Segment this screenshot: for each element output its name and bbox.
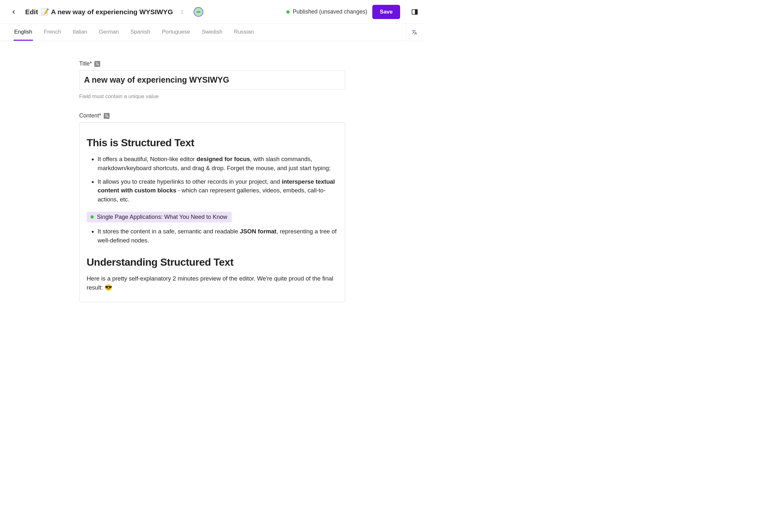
user-avatar[interactable]: AP (193, 7, 203, 17)
svg-rect-4 (415, 9, 417, 14)
list-item: It allows you to create hyperlinks to ot… (98, 177, 338, 204)
page-title: Edit 📝 A new way of experiencing WYSIWYG (25, 8, 173, 16)
list-item: It stores the content in a safe, semanti… (98, 227, 338, 245)
list-item: It offers a beautiful, Notion-like edito… (98, 155, 338, 173)
content-list: It offers a beautiful, Notion-like edito… (87, 155, 338, 204)
more-menu-button[interactable] (177, 7, 186, 16)
divider (405, 5, 406, 19)
page-title-text: A new way of experiencing WYSIWYG (51, 8, 173, 16)
tab-swedish[interactable]: Swedish (201, 24, 223, 41)
structured-text-editor[interactable]: This is Structured Text It offers a beau… (79, 122, 345, 302)
tab-spanish[interactable]: Spanish (129, 24, 150, 41)
svg-point-2 (181, 13, 182, 14)
content-paragraph: Here is a pretty self-explanatory 2 minu… (87, 274, 338, 292)
svg-point-0 (181, 10, 182, 11)
header-bar: Edit 📝 A new way of experiencing WYSIWYG… (0, 0, 425, 24)
content-label-text: Content* (79, 112, 101, 119)
translate-icon (411, 29, 417, 35)
page-title-prefix: Edit (25, 8, 38, 16)
tab-english[interactable]: English (14, 24, 33, 41)
back-button[interactable] (8, 7, 19, 17)
tab-german[interactable]: German (98, 24, 119, 41)
save-button[interactable]: Save (372, 5, 400, 19)
content-heading: This is Structured Text (87, 137, 338, 149)
chevron-left-icon (11, 9, 16, 15)
panel-right-icon (411, 8, 418, 15)
inline-record-link[interactable]: Single Page Applications: What You Need … (87, 212, 232, 222)
tab-russian[interactable]: Russian (233, 24, 254, 41)
content-label: Content* (79, 112, 345, 119)
page-title-emoji: 📝 (41, 8, 49, 16)
localized-badge (104, 113, 109, 119)
avatar-initials: AP (197, 10, 201, 14)
svg-point-1 (181, 11, 182, 12)
content-heading: Understanding Structured Text (87, 256, 338, 268)
content-field: Content* This is Structured Text It offe… (79, 112, 345, 302)
tab-italian[interactable]: Italian (72, 24, 88, 41)
status-dot-icon (90, 215, 94, 219)
inline-record-link-label: Single Page Applications: What You Need … (97, 214, 227, 220)
status-text: Published (unsaved changes) (293, 8, 367, 15)
localized-badge (94, 61, 100, 67)
side-panel-toggle[interactable] (410, 7, 419, 16)
title-field: Title* Field must contain a unique value (79, 60, 345, 99)
publish-status: Published (unsaved changes) (286, 8, 367, 15)
translate-icon (105, 114, 108, 118)
tab-portuguese[interactable]: Portuguese (161, 24, 191, 41)
content-list: It stores the content in a safe, semanti… (87, 227, 338, 245)
title-input[interactable] (79, 70, 345, 89)
form-content: Title* Field must contain a unique value… (79, 41, 345, 328)
more-vertical-icon (179, 9, 184, 15)
translate-panel-button[interactable] (406, 24, 422, 41)
title-label-text: Title* (79, 60, 92, 67)
title-label: Title* (79, 60, 345, 67)
tab-french[interactable]: French (43, 24, 62, 41)
status-dot-icon (286, 10, 290, 14)
locale-tabs: English French Italian German Spanish Po… (0, 24, 425, 41)
translate-icon (95, 62, 99, 66)
title-hint: Field must contain a unique value (79, 93, 345, 99)
